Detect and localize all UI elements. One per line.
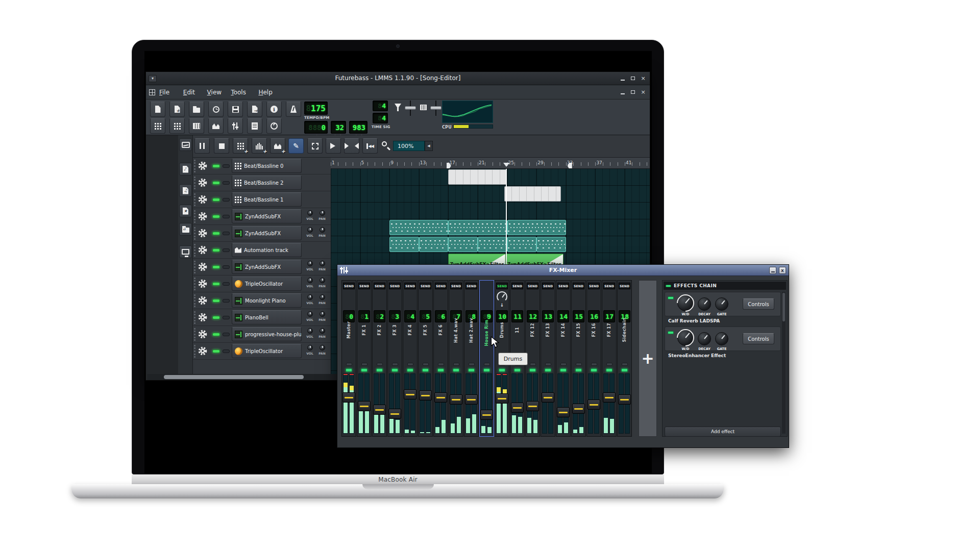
open-project-button[interactable] xyxy=(189,102,204,117)
send-button[interactable]: SEND xyxy=(511,283,523,289)
automation-editor-button[interactable] xyxy=(208,118,224,134)
track-mute-led[interactable] xyxy=(212,282,220,286)
send-button[interactable]: SEND xyxy=(542,283,554,289)
gear-icon[interactable] xyxy=(198,161,207,170)
track-gear-button[interactable] xyxy=(198,161,207,170)
wd-knob[interactable] xyxy=(677,295,694,311)
jump-to-start-button[interactable]: ◀◀ xyxy=(362,138,378,154)
track-grip[interactable] xyxy=(194,328,195,341)
track-name-button[interactable]: progressive-house-pluck xyxy=(232,327,302,341)
pause-button[interactable] xyxy=(194,138,210,154)
track-solo-led[interactable] xyxy=(223,349,230,353)
gear-icon[interactable] xyxy=(198,245,207,255)
channel-green-led[interactable] xyxy=(407,368,413,372)
send-button[interactable]: SEND xyxy=(420,283,431,289)
track-name-button[interactable]: Beat/Bassline 1 xyxy=(232,192,302,207)
gate-knob[interactable] xyxy=(715,297,728,311)
track-mute-led[interactable] xyxy=(212,248,220,252)
send-button[interactable]: SEND xyxy=(527,283,538,289)
track-name-button[interactable]: Moonlight Piano xyxy=(232,293,302,308)
channel-fader-handle[interactable] xyxy=(603,392,616,403)
track-solo-led[interactable] xyxy=(223,333,230,336)
vol-knob-dial[interactable] xyxy=(307,328,313,334)
save-project-button[interactable] xyxy=(228,102,243,117)
bb-pattern-segment[interactable] xyxy=(448,169,506,185)
mixer-channel-strip[interactable]: SEND87Hat 4.wav xyxy=(449,280,463,437)
mixer-channel-strip[interactable]: SEND16FX 16 xyxy=(586,280,601,437)
stop-button[interactable] xyxy=(214,138,229,154)
sidebar-item-instruments[interactable] xyxy=(179,138,192,151)
track-solo-led[interactable] xyxy=(223,265,230,269)
channel-fader-handle[interactable] xyxy=(342,392,355,403)
channel-grey-led[interactable] xyxy=(453,363,459,366)
channel-grey-led[interactable] xyxy=(530,363,536,366)
effects-chain-header[interactable]: EFFECTS CHAIN xyxy=(664,282,786,290)
gate-knob[interactable] xyxy=(715,332,728,345)
sidebar-item-my-projects[interactable]: ♪ xyxy=(179,163,192,176)
timeline-ruler[interactable]: 159131721252933374145 xyxy=(331,158,650,169)
track-grip[interactable] xyxy=(194,210,195,223)
sidebar-item-my-presets[interactable]: ★ xyxy=(179,205,192,217)
channel-green-led[interactable] xyxy=(468,368,475,372)
channel-green-led[interactable] xyxy=(361,368,368,372)
send-button[interactable]: SEND xyxy=(603,283,615,289)
send-button[interactable]: SEND xyxy=(496,283,508,289)
track-solo-led[interactable] xyxy=(223,299,230,303)
track-mute-led[interactable] xyxy=(212,349,220,353)
track-pan-knob[interactable]: PAN xyxy=(316,328,328,338)
track-grip[interactable] xyxy=(194,244,195,257)
channel-grey-led[interactable] xyxy=(622,363,628,366)
track-vol-knob[interactable]: VOL xyxy=(304,345,315,355)
channel-green-led[interactable] xyxy=(453,368,459,372)
channel-fader-handle[interactable] xyxy=(465,394,478,405)
channel-fader-handle[interactable] xyxy=(358,401,371,411)
track-mute-led[interactable] xyxy=(212,181,220,185)
send-button[interactable]: SEND xyxy=(619,283,630,289)
gear-icon[interactable] xyxy=(198,313,207,322)
note-pattern-segment[interactable] xyxy=(389,220,448,235)
send-button[interactable]: SEND xyxy=(374,283,385,289)
wd-knob[interactable] xyxy=(677,330,694,346)
track-pan-knob[interactable]: PAN xyxy=(316,294,328,305)
note-pattern-segment[interactable] xyxy=(448,237,478,252)
pan-knob-dial[interactable] xyxy=(320,311,325,317)
song-editor-button[interactable] xyxy=(150,118,165,134)
mixer-channel-strip[interactable]: SEND18Sidechain xyxy=(617,280,632,437)
maximize-button[interactable] xyxy=(629,75,636,82)
track-vol-knob[interactable]: VOL xyxy=(304,328,315,338)
scrollbar-thumb[interactable] xyxy=(164,375,304,379)
mixer-channel-strip[interactable]: SEND14FX 14 xyxy=(556,280,571,437)
fx-mixer-toggle-button[interactable] xyxy=(228,118,243,134)
channel-fader-handle[interactable] xyxy=(404,389,416,399)
recently-opened-projects-button[interactable] xyxy=(208,102,224,117)
channel-green-led[interactable] xyxy=(437,368,444,372)
sidebar-item-my-samples[interactable]: ♫ xyxy=(179,184,192,197)
track-name-button[interactable]: PianoBell xyxy=(232,310,302,324)
track-mute-led[interactable] xyxy=(212,265,220,269)
track-pan-knob[interactable]: PAN xyxy=(316,227,328,237)
vol-knob-dial[interactable] xyxy=(307,261,313,266)
channel-fader-handle[interactable] xyxy=(373,405,386,415)
track-gear-button[interactable] xyxy=(198,330,207,339)
mixer-channel-strip[interactable]: SEND80Master xyxy=(341,280,356,437)
track-gear-button[interactable] xyxy=(198,313,207,322)
menu-view[interactable]: View xyxy=(207,89,222,96)
effects-scrollbar-thumb[interactable] xyxy=(782,293,785,321)
track-pan-knob[interactable]: PAN xyxy=(316,261,328,271)
channel-fader-handle[interactable] xyxy=(450,394,462,405)
master-volume-handle[interactable] xyxy=(405,106,416,110)
mixer-channel-strip[interactable]: SEND85FX 5 xyxy=(418,280,433,437)
track-grip[interactable] xyxy=(194,278,195,290)
new-from-template-button[interactable]: + xyxy=(169,102,185,117)
send-button[interactable]: SEND xyxy=(588,283,600,289)
track-gear-button[interactable] xyxy=(198,178,207,187)
master-pitch-handle[interactable] xyxy=(430,106,442,110)
note-pattern-segment[interactable] xyxy=(478,237,507,252)
track-grip[interactable] xyxy=(194,261,195,273)
channel-green-led[interactable] xyxy=(499,368,505,372)
gear-icon[interactable] xyxy=(198,296,207,305)
whats-this-button[interactable]: i xyxy=(266,102,282,117)
note-pattern-segment[interactable] xyxy=(389,237,419,252)
track-gear-button[interactable] xyxy=(198,346,207,356)
gear-icon[interactable] xyxy=(198,346,207,356)
